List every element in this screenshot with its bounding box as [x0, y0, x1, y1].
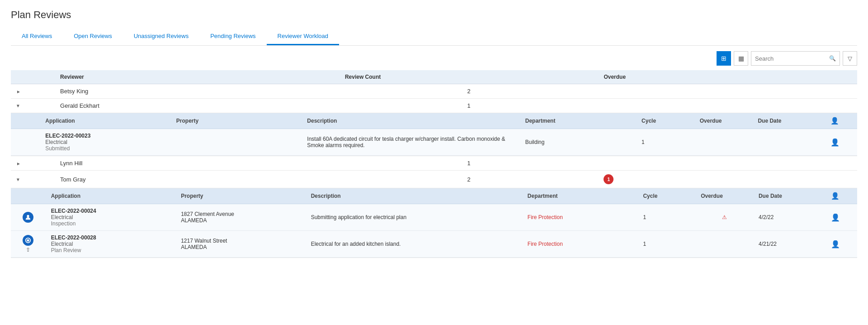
inspection-icon: [23, 212, 33, 223]
plan-review-icon: [23, 235, 33, 246]
sub-header-row: Application Property Description Departm…: [11, 188, 857, 204]
sub-col-icon: [11, 113, 40, 129]
expand-icon: ►: [16, 161, 21, 166]
app-icon-cell: [11, 204, 46, 231]
description-cell: Electrical for an added kitchen island.: [306, 231, 522, 258]
department-cell: Fire Protection: [522, 204, 638, 231]
search-icon: 🔍: [829, 55, 836, 62]
sub-table: Application Property Description Departm…: [11, 188, 857, 258]
expand-cell[interactable]: ►: [11, 99, 55, 113]
sub-col-cycle: Cycle: [636, 113, 694, 129]
page-container: Plan Reviews All Reviews Open Reviews Un…: [0, 0, 868, 267]
due-date-cell: 4/2/22: [753, 204, 826, 231]
app-status: Submitted: [45, 145, 165, 152]
table-row[interactable]: ► Tom Gray 2 1: [11, 171, 857, 188]
due-date-cell: 4/21/22: [753, 231, 826, 258]
application-cell: ELEC-2022-00028 Electrical Plan Review: [46, 231, 176, 258]
expand-cell[interactable]: ►: [11, 84, 55, 99]
grid-view-button[interactable]: ⊞: [717, 51, 731, 66]
application-cell: ELEC-2022-00023 Electrical Submitted: [40, 129, 170, 156]
filter-button[interactable]: ▽: [843, 51, 857, 66]
sub-table-container: Application Property Description Departm…: [11, 188, 857, 258]
sub-table-row: Application Property Description Departm…: [11, 113, 857, 156]
filter-icon: ▽: [848, 55, 852, 62]
app-type: Electrical: [45, 139, 165, 145]
sub-col-assign: 👤: [825, 113, 857, 129]
cycle-cell: 1: [636, 129, 694, 156]
sub-col-overdue: Overdue: [695, 188, 753, 204]
sub-table-cell: Application Property Description Departm…: [11, 188, 857, 258]
overdue-indicator: [695, 231, 753, 258]
table-row[interactable]: ► Gerald Eckhart 1: [11, 99, 857, 113]
tab-unassigned-reviews[interactable]: Unassigned Reviews: [123, 28, 199, 45]
tab-open-reviews[interactable]: Open Reviews: [63, 28, 123, 45]
property-cell: 1827 Clement Avenue ALAMEDA: [175, 204, 306, 231]
due-date-cell: [752, 129, 825, 156]
overdue-cell: [598, 156, 857, 171]
sub-col-department: Department: [520, 113, 636, 129]
list-item: ELEC-2022-00024 Electrical Inspection 18…: [11, 204, 857, 231]
tab-pending-reviews[interactable]: Pending Reviews: [199, 28, 266, 45]
col-reviewer: Reviewer: [55, 70, 340, 84]
sub-col-property: Property: [175, 188, 306, 204]
app-icon-cell: ⇧: [11, 231, 46, 258]
grid-icon: ⊞: [721, 55, 726, 62]
search-input[interactable]: [755, 55, 827, 62]
sub-col-due-date: Due Date: [752, 113, 825, 129]
sub-col-application: Application: [40, 113, 170, 129]
review-count: 2: [340, 84, 599, 99]
list-item: ⇧ ELEC-2022-00028 Electrical Plan Review: [11, 231, 857, 258]
sub-col-description: Description: [302, 113, 519, 129]
assign-cell[interactable]: 👤: [825, 129, 857, 156]
sub-table-row: Application Property Description Departm…: [11, 188, 857, 258]
svg-point-2: [27, 239, 29, 241]
review-count: 2: [340, 171, 599, 188]
assign-cell[interactable]: 👤: [826, 204, 857, 231]
reviewer-name: Lynn Hill: [55, 156, 340, 171]
sub-col-due-date: Due Date: [753, 188, 826, 204]
table-header-row: Reviewer Review Count Overdue: [11, 70, 857, 84]
overdue-cell: 1: [598, 171, 857, 188]
assign-icon: 👤: [831, 240, 840, 248]
sub-col-assign: 👤: [826, 188, 857, 204]
app-id: ELEC-2022-00024: [51, 208, 170, 214]
sub-header-row: Application Property Description Departm…: [11, 113, 857, 129]
toolbar: ⊞ ▦ 🔍 ▽: [11, 51, 857, 66]
assign-icon: 👤: [830, 139, 840, 146]
calendar-view-button[interactable]: ▦: [734, 51, 748, 66]
table-row[interactable]: ► Betsy King 2: [11, 84, 857, 99]
table-row[interactable]: ► Lynn Hill 1: [11, 156, 857, 171]
app-status: Plan Review: [51, 247, 170, 253]
col-overdue: Overdue: [598, 70, 857, 84]
review-count: 1: [340, 99, 599, 113]
sub-table: Application Property Description Departm…: [11, 113, 857, 156]
overdue-cell: [598, 84, 857, 99]
overdue-indicator: ⚠: [695, 204, 753, 231]
sub-col-icon: [11, 188, 46, 204]
department-cell: Fire Protection: [522, 231, 638, 258]
assign-header-icon: 👤: [830, 117, 839, 124]
app-id: ELEC-2022-00028: [51, 234, 170, 241]
tab-all-reviews[interactable]: All Reviews: [11, 28, 63, 45]
reviewer-name: Tom Gray: [55, 171, 340, 188]
upload-icon: ⇧: [26, 247, 30, 253]
sub-table-cell: Application Property Description Departm…: [11, 113, 857, 156]
expand-cell[interactable]: ►: [11, 171, 55, 188]
assign-cell[interactable]: 👤: [826, 231, 857, 258]
search-box: 🔍: [751, 51, 840, 66]
reviewer-name: Betsy King: [55, 84, 340, 99]
tab-reviewer-workload[interactable]: Reviewer Workload: [267, 28, 339, 45]
description-cell: Submitting application for electrical pl…: [306, 204, 522, 231]
sub-col-property: Property: [171, 113, 302, 129]
cycle-cell: 1: [637, 204, 695, 231]
property-cell: 1217 Walnut Street ALAMEDA: [175, 231, 306, 258]
review-count: 1: [340, 156, 599, 171]
expand-icon: ►: [16, 104, 21, 109]
col-review-count: Review Count: [340, 70, 599, 84]
reviewer-name: Gerald Eckhart: [55, 99, 340, 113]
app-icon-cell: [11, 129, 40, 156]
overdue-indicator: [694, 129, 753, 156]
assign-header-icon: 👤: [831, 192, 840, 200]
sub-col-cycle: Cycle: [637, 188, 695, 204]
expand-cell[interactable]: ►: [11, 156, 55, 171]
